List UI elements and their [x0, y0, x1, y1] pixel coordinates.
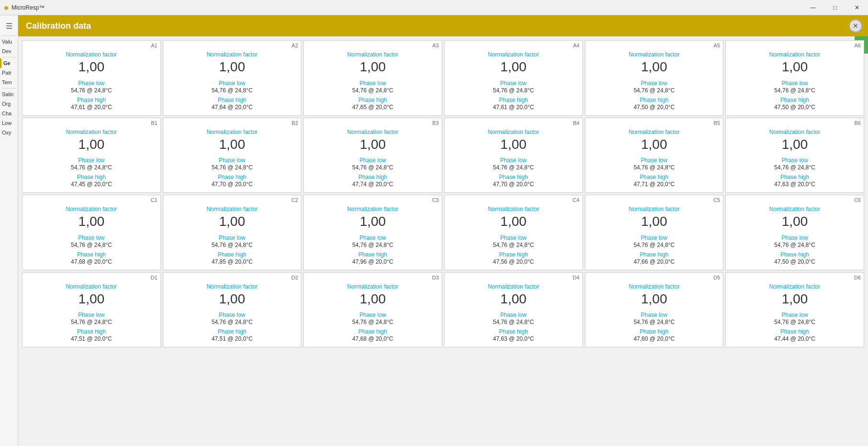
cell-card-a3[interactable]: A3 Normalization factor 1,00 Phase low 5… [303, 40, 442, 116]
norm-factor-label: Normalization factor [206, 51, 258, 58]
phase-high-value: 47,61 @ 20,0°C [493, 104, 534, 111]
norm-factor-value: 1,00 [360, 291, 386, 307]
phase-low-label: Phase low [641, 157, 667, 164]
norm-factor-label: Normalization factor [206, 129, 258, 135]
phase-low-label: Phase low [641, 234, 667, 241]
phase-low-value: 54,76 @ 24,8°C [212, 87, 253, 94]
phase-high-value: 47,61 @ 20,0°C [71, 104, 112, 111]
cell-card-d4[interactable]: D4 Normalization factor 1,00 Phase low 5… [444, 272, 583, 348]
phase-high-label: Phase high [780, 174, 809, 180]
phase-high-label: Phase high [780, 251, 809, 258]
norm-factor-value: 1,00 [641, 213, 667, 230]
main-window: ☰ Valu Dev Ge Patr Tem Salin Org Cha Low… [0, 15, 868, 446]
cell-card-a4[interactable]: A4 Normalization factor 1,00 Phase low 5… [444, 40, 583, 116]
cell-card-a6[interactable]: A6 Normalization factor 1,00 Phase low 5… [725, 40, 864, 116]
norm-factor-label: Normalization factor [488, 51, 539, 58]
phase-low-value: 54,76 @ 24,8°C [352, 242, 393, 248]
phase-low-label: Phase low [781, 80, 808, 87]
phase-high-value: 47,68 @ 20,0°C [71, 258, 112, 265]
cell-card-c2[interactable]: C2 Normalization factor 1,00 Phase low 5… [163, 195, 302, 270]
phase-high-value: 47,66 @ 20,0°C [634, 258, 675, 265]
norm-factor-value: 1,00 [79, 213, 105, 230]
cell-card-b6[interactable]: B6 Normalization factor 1,00 Phase low 5… [725, 118, 864, 193]
content-area: Calibration data ✕ G A1 Normalization fa… [18, 15, 868, 446]
norm-factor-label: Normalization factor [628, 283, 680, 290]
norm-factor-value: 1,00 [79, 136, 105, 153]
norm-factor-value: 1,00 [641, 136, 667, 153]
phase-low-value: 54,76 @ 24,8°C [493, 87, 534, 94]
norm-factor-value: 1,00 [501, 59, 527, 75]
phase-low-label: Phase low [500, 234, 526, 241]
norm-factor-value: 1,00 [360, 136, 386, 153]
dialog-title: Calibration data [26, 21, 91, 31]
cell-card-c4[interactable]: C4 Normalization factor 1,00 Phase low 5… [444, 195, 583, 270]
sidebar-item-tem[interactable]: Tem [0, 78, 18, 87]
minimize-button[interactable]: — [802, 0, 824, 15]
cell-id-label: B4 [573, 120, 579, 126]
phase-low-label: Phase low [781, 312, 808, 318]
phase-high-label: Phase high [217, 251, 246, 258]
phase-low-value: 54,76 @ 24,8°C [493, 164, 534, 171]
phase-low-value: 54,76 @ 24,8°C [634, 242, 675, 248]
dialog-close-button[interactable]: ✕ [849, 19, 862, 33]
sidebar-menu-button[interactable]: ☰ [0, 17, 18, 34]
sidebar-item-org[interactable]: Org [0, 99, 18, 109]
cell-card-d2[interactable]: D2 Normalization factor 1,00 Phase low 5… [163, 272, 302, 348]
cell-card-b4[interactable]: B4 Normalization factor 1,00 Phase low 5… [444, 118, 583, 193]
cell-card-c3[interactable]: C3 Normalization factor 1,00 Phase low 5… [303, 195, 442, 270]
phase-high-value: 47,44 @ 20,0°C [774, 335, 815, 342]
sidebar-item-dev[interactable]: Dev [0, 46, 18, 56]
cell-card-b1[interactable]: B1 Normalization factor 1,00 Phase low 5… [22, 118, 161, 193]
cell-card-a1[interactable]: A1 Normalization factor 1,00 Phase low 5… [22, 40, 161, 116]
norm-factor-label: Normalization factor [488, 283, 539, 290]
cell-card-d5[interactable]: D5 Normalization factor 1,00 Phase low 5… [585, 272, 724, 348]
phase-low-label: Phase low [641, 312, 667, 318]
norm-factor-label: Normalization factor [488, 206, 539, 212]
cell-card-c6[interactable]: C6 Normalization factor 1,00 Phase low 5… [725, 195, 864, 270]
phase-high-label: Phase high [640, 328, 668, 335]
phase-low-label: Phase low [781, 234, 808, 241]
phase-high-label: Phase high [77, 174, 106, 180]
phase-high-label: Phase high [358, 174, 387, 180]
phase-high-value: 47,50 @ 20,0°C [774, 104, 815, 111]
phase-high-value: 47,85 @ 20,0°C [212, 258, 253, 265]
norm-factor-label: Normalization factor [66, 129, 117, 135]
phase-low-label: Phase low [500, 80, 526, 87]
sidebar-item-patr[interactable]: Patr [0, 68, 18, 78]
sidebar-item-cha[interactable]: Cha [0, 109, 18, 118]
norm-factor-label: Normalization factor [628, 51, 680, 58]
phase-low-value: 54,76 @ 24,8°C [774, 242, 815, 248]
cell-card-d3[interactable]: D3 Normalization factor 1,00 Phase low 5… [303, 272, 442, 348]
sidebar-item-valu[interactable]: Valu [0, 37, 18, 46]
cell-card-b2[interactable]: B2 Normalization factor 1,00 Phase low 5… [163, 118, 302, 193]
phase-high-value: 47,74 @ 20,0°C [352, 181, 393, 188]
sidebar-item-ge[interactable]: Ge [0, 58, 18, 68]
cell-id-label: A2 [292, 43, 298, 48]
cell-card-c1[interactable]: C1 Normalization factor 1,00 Phase low 5… [22, 195, 161, 270]
norm-factor-label: Normalization factor [769, 51, 821, 58]
phase-low-value: 54,76 @ 24,8°C [352, 87, 393, 94]
phase-high-label: Phase high [499, 174, 528, 180]
phase-high-label: Phase high [217, 174, 246, 180]
cell-card-b5[interactable]: B5 Normalization factor 1,00 Phase low 5… [585, 118, 724, 193]
cell-card-d1[interactable]: D1 Normalization factor 1,00 Phase low 5… [22, 272, 161, 348]
phase-high-label: Phase high [358, 328, 387, 335]
cell-card-c5[interactable]: C5 Normalization factor 1,00 Phase low 5… [585, 195, 724, 270]
phase-low-label: Phase low [359, 312, 386, 318]
sidebar-item-salin[interactable]: Salin [0, 89, 18, 99]
maximize-button[interactable]: □ [824, 0, 846, 15]
cell-id-label: B6 [855, 120, 861, 126]
phase-low-label: Phase low [78, 157, 104, 164]
cell-card-a2[interactable]: A2 Normalization factor 1,00 Phase low 5… [163, 40, 302, 116]
cell-card-d6[interactable]: D6 Normalization factor 1,00 Phase low 5… [725, 272, 864, 348]
phase-high-value: 47,65 @ 20,0°C [352, 104, 393, 111]
cell-card-a5[interactable]: A5 Normalization factor 1,00 Phase low 5… [585, 40, 724, 116]
sidebar-item-oxy[interactable]: Oxy [0, 128, 18, 137]
cell-id-label: A4 [573, 43, 579, 48]
norm-factor-value: 1,00 [360, 59, 386, 75]
sidebar-item-low[interactable]: Low [0, 118, 18, 128]
phase-high-label: Phase high [640, 97, 668, 103]
calibration-grid-container[interactable]: A1 Normalization factor 1,00 Phase low 5… [18, 36, 868, 446]
cell-card-b3[interactable]: B3 Normalization factor 1,00 Phase low 5… [303, 118, 442, 193]
close-window-button[interactable]: ✕ [846, 0, 868, 15]
